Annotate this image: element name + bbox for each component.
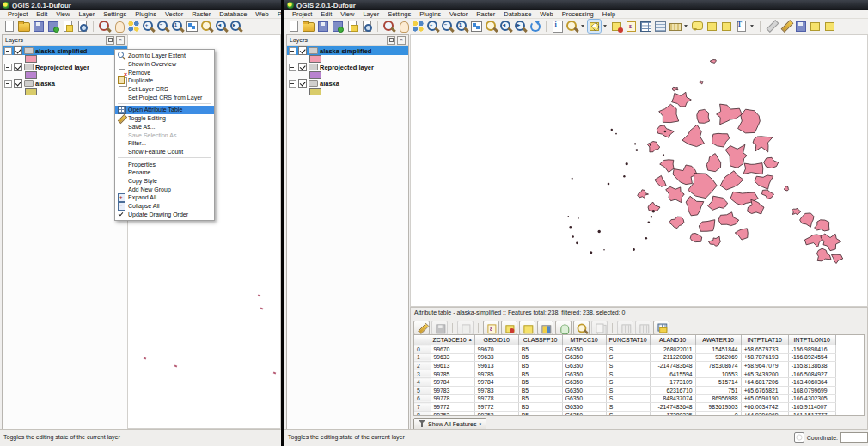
table-cell[interactable]: -166.5084927 — [788, 370, 835, 378]
table-row[interactable]: 39978599785B5G6350S641559410553+65.34392… — [414, 370, 835, 378]
table-cell[interactable]: 86956988 — [695, 394, 741, 403]
save-project-icon[interactable] — [316, 20, 329, 33]
table-cell[interactable]: B5 — [518, 378, 562, 387]
layer-item-alaska[interactable]: alaska — [3, 79, 127, 88]
zoom-to-selection-icon[interactable] — [577, 323, 587, 333]
save-project-icon[interactable] — [32, 20, 45, 33]
dropdown-arrow-icon[interactable] — [683, 20, 689, 33]
table-cell[interactable]: 0 — [695, 411, 741, 416]
table-cell[interactable]: B5 — [518, 386, 562, 394]
move-feature-icon[interactable] — [823, 20, 836, 33]
toggle-editing-icon[interactable] — [779, 20, 792, 33]
row-number-cell[interactable]: 5 — [414, 386, 431, 394]
table-cell[interactable]: 1773109 — [650, 378, 695, 387]
menu-web[interactable]: Web — [251, 10, 272, 18]
menu-project[interactable]: Project — [3, 10, 32, 18]
table-row[interactable]: 69977899778B5G6350S84843707486956988+65.… — [414, 394, 835, 403]
column-header-awater10[interactable]: AWATER10 — [695, 335, 741, 345]
menu-processing[interactable]: Processing — [273, 10, 281, 18]
table-cell[interactable]: -156.9898416 — [788, 345, 835, 354]
context-menu-item-toggle-editing[interactable]: Toggle Editing — [115, 114, 214, 123]
table-cell[interactable]: -163.4060364 — [788, 378, 835, 387]
save-project-as-icon[interactable] — [331, 20, 344, 33]
menu-database[interactable]: Database — [215, 10, 251, 18]
table-cell[interactable]: 99613 — [431, 362, 474, 370]
table-cell[interactable]: B5 — [518, 353, 562, 362]
measure-line-icon[interactable] — [669, 20, 682, 33]
table-cell[interactable]: 99783 — [474, 386, 518, 394]
deselect-features-icon[interactable] — [610, 20, 623, 33]
zoom-to-selection-icon[interactable] — [98, 20, 111, 33]
pan-map-icon[interactable] — [397, 20, 410, 33]
layer-visibility-checkbox[interactable] — [298, 46, 307, 55]
pan-map-icon[interactable] — [113, 20, 125, 33]
layer-visibility-checkbox[interactable] — [14, 46, 22, 55]
table-cell[interactable]: B5 — [518, 362, 562, 370]
menu-view[interactable]: View — [336, 10, 358, 18]
new-project-icon[interactable] — [287, 20, 300, 33]
row-number-cell[interactable]: 4 — [414, 378, 431, 387]
map-tips-icon[interactable] — [691, 20, 704, 33]
delete-selected-icon[interactable] — [457, 321, 474, 335]
expander-icon[interactable] — [289, 47, 296, 55]
table-cell[interactable]: 99633 — [431, 353, 474, 362]
table-cell[interactable]: G6350 — [562, 362, 606, 370]
attribute-table[interactable]: ZCTA5CE10▲GEOID10CLASSFP10MTFCC10FUNCSTA… — [414, 335, 836, 416]
table-cell[interactable]: 6415594 — [650, 370, 695, 378]
table-cell[interactable]: S — [606, 403, 650, 412]
deselect-all-icon[interactable] — [504, 323, 515, 333]
zoom-to-layer-icon[interactable] — [200, 20, 213, 33]
pan-to-selection-icon[interactable] — [555, 321, 572, 335]
row-number-cell[interactable]: 6 — [414, 394, 431, 403]
zoom-in-icon[interactable]: + — [426, 20, 439, 33]
column-header-classfp10[interactable]: CLASSFP10 — [518, 335, 562, 345]
menu-help[interactable]: Help — [598, 10, 620, 18]
table-cell[interactable]: +65.6765821 — [741, 386, 788, 394]
select-by-expression-icon[interactable]: ε — [625, 20, 638, 33]
copy-selected-rows-icon[interactable] — [591, 321, 608, 335]
new-print-composer-icon[interactable] — [345, 20, 358, 33]
table-cell[interactable]: G6350 — [562, 353, 606, 362]
layer-item-reprojected-layer[interactable]: Reprojected layer — [287, 63, 408, 71]
table-cell[interactable]: B5 — [518, 403, 562, 412]
dropdown-arrow-icon[interactable] — [749, 20, 755, 33]
table-cell[interactable]: S — [606, 394, 650, 403]
new-project-icon[interactable] — [3, 20, 15, 33]
menu-settings[interactable]: Settings — [99, 10, 131, 18]
select-by-expression-icon[interactable]: ε — [486, 323, 497, 333]
context-menu-item-expand-all[interactable]: Expand All — [115, 193, 214, 202]
table-cell[interactable]: -2147483648 — [650, 362, 695, 370]
zoom-out-icon[interactable]: − — [441, 20, 454, 33]
context-menu-item-remove[interactable]: Remove — [115, 68, 214, 76]
dropdown-arrow-icon[interactable] — [602, 20, 608, 33]
layer-item-alaska[interactable]: alaska — [287, 79, 408, 88]
column-header-intptlon10[interactable]: INTPTLON10 — [788, 335, 835, 345]
menu-database[interactable]: Database — [499, 10, 535, 18]
table-row[interactable]: 29961399613B5G6350S-2147483648785308674+… — [414, 362, 835, 370]
table-cell[interactable]: 99772 — [431, 403, 474, 412]
context-menu-item-set-project-crs-from-layer[interactable]: Set Project CRS from Layer — [115, 93, 214, 101]
table-cell[interactable]: +66.0034742 — [741, 403, 788, 412]
table-cell[interactable]: +64.9396069 — [741, 411, 788, 416]
layer-item-alaska-simplified[interactable]: alaska-simplified — [3, 46, 127, 55]
table-cell[interactable]: 99772 — [474, 403, 518, 412]
composer-manager-icon[interactable] — [76, 20, 89, 33]
zoom-full-icon[interactable] — [470, 20, 483, 33]
new-print-composer-icon[interactable] — [61, 20, 74, 33]
row-number-cell[interactable]: 3 — [414, 370, 431, 378]
table-cell[interactable]: G6350 — [562, 403, 606, 412]
table-row[interactable]: 19963399633B5G6350S2112208089362069+58.7… — [414, 353, 835, 362]
open-project-icon[interactable] — [17, 20, 30, 33]
table-cell[interactable]: 751 — [695, 386, 741, 394]
zoom-next-icon[interactable]: ▸ — [229, 20, 242, 33]
context-menu-item-set-layer-crs[interactable]: Set Layer CRS — [115, 85, 214, 94]
expander-icon[interactable] — [4, 80, 12, 88]
context-menu-item-save-as[interactable]: Save As... — [115, 123, 214, 131]
save-edits-icon[interactable] — [431, 321, 448, 335]
deselect-all-icon[interactable] — [501, 321, 517, 335]
invert-selection-icon[interactable] — [541, 323, 551, 333]
touch-zoom-icon[interactable] — [412, 20, 425, 33]
table-cell[interactable]: -156.8924554 — [788, 353, 835, 362]
save-edits-icon[interactable] — [794, 20, 807, 33]
context-menu-item-update-drawing-order[interactable]: Update Drawing Order — [115, 210, 214, 218]
